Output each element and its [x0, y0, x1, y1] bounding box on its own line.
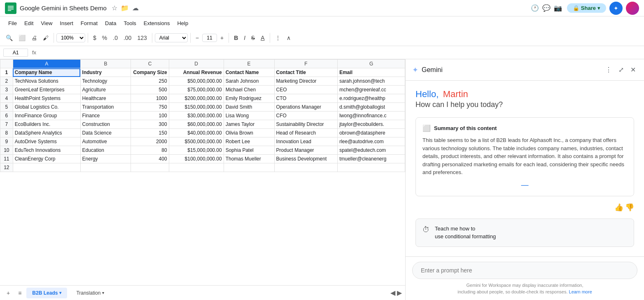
- comment-button[interactable]: 💬: [541, 2, 552, 14]
- sheet-tab-b2b-leads[interactable]: B2B Leads ▾: [26, 288, 67, 298]
- cell-A4[interactable]: HealthPoint Systems: [13, 94, 80, 103]
- italic-btn[interactable]: I: [241, 33, 248, 43]
- col-header-g[interactable]: G: [338, 60, 405, 68]
- col-header-b[interactable]: B: [80, 60, 131, 68]
- menu-help[interactable]: Help: [174, 19, 191, 28]
- menu-view[interactable]: View: [37, 19, 56, 28]
- cell-G8[interactable]: obrown@datasphere: [338, 129, 405, 137]
- col-header-e[interactable]: E: [224, 60, 274, 68]
- menu-insert[interactable]: Insert: [56, 19, 77, 28]
- cell-C9[interactable]: 2000: [131, 137, 169, 146]
- decrease-decimal-btn[interactable]: .0: [110, 33, 120, 43]
- cell-a1[interactable]: Company Name: [13, 68, 80, 77]
- cell-G4[interactable]: e.rodriguez@healthp: [338, 94, 405, 103]
- cell-empty-12-0[interactable]: [13, 163, 80, 172]
- menu-extensions[interactable]: Extensions: [140, 19, 173, 28]
- cell-F8[interactable]: Head of Research: [274, 129, 338, 137]
- cell-G11[interactable]: tmueller@cleanenerg: [338, 155, 405, 163]
- zoom-selector[interactable]: 100% 75% 125%: [56, 33, 85, 42]
- cell-C4[interactable]: 1000: [131, 94, 169, 103]
- cell-F10[interactable]: Product Manager: [274, 146, 338, 155]
- cell-D8[interactable]: $40,000,000.00: [169, 129, 224, 137]
- cell-B6[interactable]: Finance: [80, 112, 131, 120]
- cell-D2[interactable]: $50,000,000.00: [169, 77, 224, 86]
- cell-F4[interactable]: CTO: [274, 94, 338, 103]
- thumbs-down-btn[interactable]: 👎: [625, 203, 634, 212]
- cell-B3[interactable]: Agriculture: [80, 86, 131, 94]
- cell-empty-12-3[interactable]: [169, 163, 224, 172]
- cell-A5[interactable]: Global Logistics Co.: [13, 103, 80, 112]
- collapse-toolbar-btn[interactable]: ∧: [284, 33, 293, 43]
- cell-E11[interactable]: Thomas Mueller: [224, 155, 274, 163]
- cell-C6[interactable]: 100: [131, 112, 169, 120]
- cell-A2[interactable]: TechNova Solutions: [13, 77, 80, 86]
- paint-format-btn[interactable]: 🖌: [40, 33, 51, 43]
- cell-D7[interactable]: $60,000,000.00: [169, 120, 224, 129]
- sheet-menu-btn[interactable]: ≡: [15, 288, 25, 298]
- history-button[interactable]: 🕐: [529, 2, 541, 14]
- cloud-button[interactable]: ☁: [131, 2, 140, 14]
- cell-E3[interactable]: Michael Chen: [224, 86, 274, 94]
- cell-F2[interactable]: Marketing Director: [274, 77, 338, 86]
- sheet-tab-translation[interactable]: Translation ▾: [70, 288, 110, 298]
- cell-empty-12-5[interactable]: [274, 163, 338, 172]
- bold-btn[interactable]: B: [231, 33, 240, 43]
- cell-E2[interactable]: Sarah Johnson: [224, 77, 274, 86]
- percent-btn[interactable]: %: [100, 33, 110, 43]
- cell-C7[interactable]: 300: [131, 120, 169, 129]
- cell-E5[interactable]: David Smith: [224, 103, 274, 112]
- cell-D6[interactable]: $30,000,000.00: [169, 112, 224, 120]
- cell-B8[interactable]: Data Science: [80, 129, 131, 137]
- cell-G9[interactable]: rlee@autodrive.com: [338, 137, 405, 146]
- cell-C2[interactable]: 250: [131, 77, 169, 86]
- menu-edit[interactable]: Edit: [21, 19, 37, 28]
- more-options-btn[interactable]: ⋮: [273, 33, 283, 43]
- cell-D9[interactable]: $500,000,000.00: [169, 137, 224, 146]
- cell-F9[interactable]: Innovation Lead: [274, 137, 338, 146]
- star-button[interactable]: ☆: [110, 2, 119, 14]
- text-color-btn[interactable]: A: [258, 33, 267, 43]
- cell-c1[interactable]: Company Size: [131, 68, 169, 77]
- formula-input[interactable]: Company Name: [40, 49, 641, 56]
- cell-g1[interactable]: Email: [338, 68, 405, 77]
- col-header-a[interactable]: A: [13, 60, 80, 68]
- menu-file[interactable]: File: [5, 19, 20, 28]
- cell-B2[interactable]: Technology: [80, 77, 131, 86]
- font-size-input[interactable]: [202, 34, 217, 42]
- col-header-d[interactable]: D: [169, 60, 224, 68]
- cell-F7[interactable]: Sustainability Director: [274, 120, 338, 129]
- gemini-expand-btn[interactable]: ⤢: [617, 64, 625, 75]
- print-btn[interactable]: 🖨: [29, 33, 40, 43]
- cell-F6[interactable]: CFO: [274, 112, 338, 120]
- currency-btn[interactable]: $: [91, 33, 99, 43]
- cell-D4[interactable]: $200,000,000.00: [169, 94, 224, 103]
- cell-D10[interactable]: $15,000,000.00: [169, 146, 224, 155]
- cell-G3[interactable]: mchen@greenleaf.cc: [338, 86, 405, 94]
- decrease-font-btn[interactable]: −: [193, 33, 201, 43]
- cell-F5[interactable]: Operations Manager: [274, 103, 338, 112]
- gemini-avatar[interactable]: ✦: [609, 2, 623, 15]
- font-family-selector[interactable]: Arial: [155, 33, 188, 42]
- print-preview-btn[interactable]: ⬜: [16, 33, 28, 43]
- cell-C10[interactable]: 80: [131, 146, 169, 155]
- cell-E8[interactable]: Olivia Brown: [224, 129, 274, 137]
- cell-B7[interactable]: Construction: [80, 120, 131, 129]
- cell-A8[interactable]: DataSphere Analytics: [13, 129, 80, 137]
- cell-d1[interactable]: Annual Revenue: [169, 68, 224, 77]
- cell-F3[interactable]: CEO: [274, 86, 338, 94]
- cell-C5[interactable]: 750: [131, 103, 169, 112]
- cell-E10[interactable]: Sophia Patel: [224, 146, 274, 155]
- user-avatar[interactable]: [626, 2, 639, 15]
- cell-A9[interactable]: AutoDrive Systems: [13, 137, 80, 146]
- cell-E4[interactable]: Emily Rodriguez: [224, 94, 274, 103]
- cell-D5[interactable]: $150,000,000.00: [169, 103, 224, 112]
- cell-D11[interactable]: $100,000,000.00: [169, 155, 224, 163]
- video-button[interactable]: 📷: [552, 2, 564, 14]
- prompt-input[interactable]: [412, 262, 637, 279]
- cell-B9[interactable]: Automotive: [80, 137, 131, 146]
- cell-A3[interactable]: GreenLeaf Enterprises: [13, 86, 80, 94]
- cell-F11[interactable]: Business Development: [274, 155, 338, 163]
- gemini-close-btn[interactable]: ✕: [629, 64, 637, 75]
- cell-empty-12-6[interactable]: [338, 163, 405, 172]
- cell-A6[interactable]: InnoFinance Group: [13, 112, 80, 120]
